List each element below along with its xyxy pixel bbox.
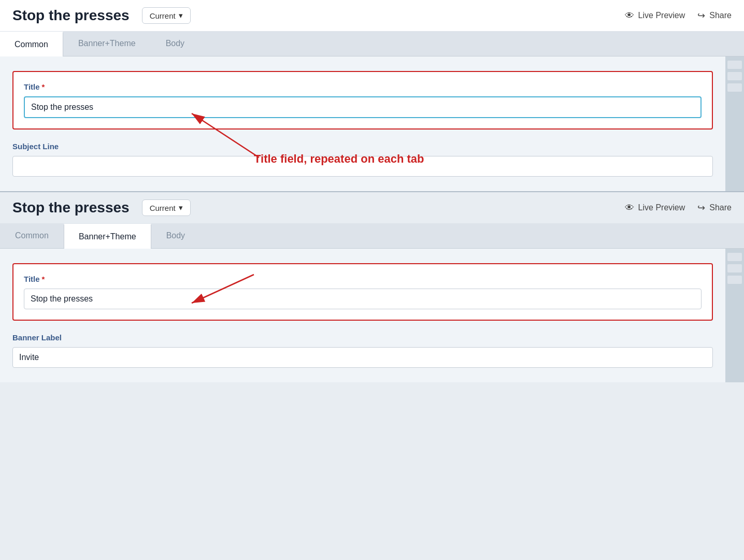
tab-body-2[interactable]: Body: [151, 224, 200, 248]
tab-common-1[interactable]: Common: [0, 32, 63, 56]
share-label-1: Share: [709, 11, 732, 20]
version-dropdown-1[interactable]: Current ▾: [142, 7, 191, 24]
version-dropdown-2[interactable]: Current ▾: [142, 199, 191, 216]
banner-label-input[interactable]: [12, 347, 713, 368]
share-button-1[interactable]: ↪ Share: [697, 10, 732, 21]
share-button-2[interactable]: ↪ Share: [697, 202, 732, 213]
annotation-text-1: Title field, repeated on each tab: [254, 152, 424, 166]
panel-1-header: Stop the presses Current ▾ 👁 Live Previe…: [0, 0, 744, 32]
live-preview-label-2: Live Preview: [638, 203, 685, 212]
tab-common-2[interactable]: Common: [0, 224, 64, 248]
tab-banner-theme-2[interactable]: Banner+Theme: [64, 224, 151, 249]
right-sidebar-2: [725, 249, 744, 382]
live-preview-label-1: Live Preview: [638, 11, 685, 20]
panel-1: Stop the presses Current ▾ 👁 Live Previe…: [0, 0, 744, 191]
right-sidebar-item-3: [727, 83, 742, 92]
version-label-1: Current: [150, 11, 176, 20]
eye-icon-2: 👁: [625, 203, 634, 213]
title-label-2: Title *: [24, 275, 702, 283]
required-star-1: *: [42, 82, 45, 91]
title-label-1: Title *: [24, 82, 702, 91]
eye-icon-1: 👁: [625, 10, 634, 21]
header-actions-2: 👁 Live Preview ↪ Share: [625, 202, 732, 213]
title-input-2[interactable]: [24, 289, 702, 309]
share-label-2: Share: [709, 203, 732, 212]
title-section-2: Title *: [12, 263, 713, 321]
subject-label-1: Subject Line: [12, 142, 713, 151]
panel-2-content: Title * Banner Label: [0, 249, 744, 382]
panel-1-main: Title * Subject Line: [0, 56, 725, 191]
right-sidebar-2-item-2: [727, 264, 742, 272]
tabs-bar-1: Common Banner+Theme Body: [0, 32, 744, 56]
share-icon-1: ↪: [697, 10, 705, 21]
panel-2: Stop the presses Current ▾ 👁 Live Previe…: [0, 192, 744, 382]
right-sidebar-item-2: [727, 72, 742, 80]
live-preview-button-1[interactable]: 👁 Live Preview: [625, 10, 685, 21]
page-title-1: Stop the presses: [12, 7, 130, 24]
right-sidebar-1: [725, 56, 744, 191]
right-sidebar-2-item-1: [727, 253, 742, 261]
panel-2-header: Stop the presses Current ▾ 👁 Live Previe…: [0, 192, 744, 224]
version-label-2: Current: [150, 204, 176, 212]
right-sidebar-2-item-3: [727, 276, 742, 284]
page-title-2: Stop the presses: [12, 199, 130, 216]
tabs-bar-2: Common Banner+Theme Body: [0, 224, 744, 249]
banner-label-section: Banner Label: [12, 333, 713, 368]
chevron-down-icon-2: ▾: [179, 203, 183, 212]
tab-banner-theme-1[interactable]: Banner+Theme: [63, 32, 151, 56]
live-preview-button-2[interactable]: 👁 Live Preview: [625, 203, 685, 213]
header-actions-1: 👁 Live Preview ↪ Share: [625, 10, 732, 21]
tab-body-1[interactable]: Body: [151, 32, 199, 56]
chevron-down-icon-1: ▾: [179, 11, 183, 20]
title-input-1[interactable]: [24, 96, 702, 118]
required-star-2: *: [42, 275, 45, 283]
share-icon-2: ↪: [697, 202, 705, 213]
banner-label-heading: Banner Label: [12, 333, 713, 342]
panel-1-content: Title * Subject Line: [0, 56, 744, 191]
panel-2-main: Title * Banner Label: [0, 249, 725, 382]
right-sidebar-item-1: [727, 61, 742, 69]
title-section-1: Title *: [12, 71, 713, 130]
app-container: Stop the presses Current ▾ 👁 Live Previe…: [0, 0, 744, 560]
